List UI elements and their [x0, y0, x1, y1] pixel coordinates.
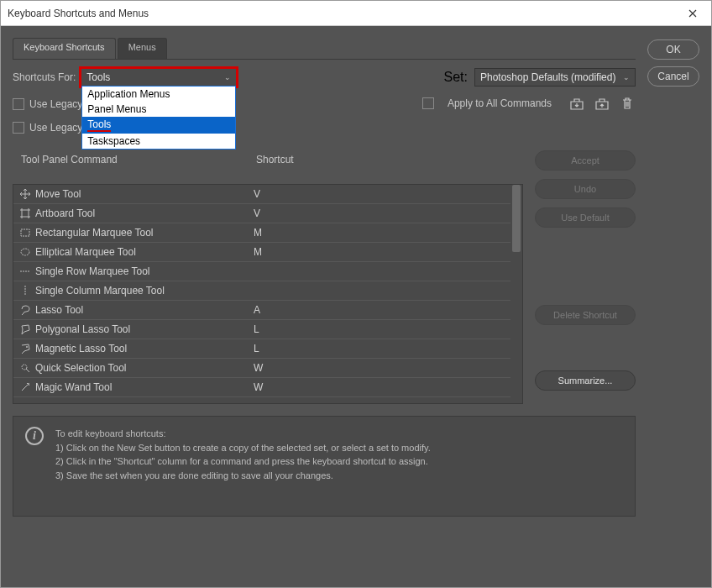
row-shortcut: A [250, 304, 510, 316]
dropdown-option-panel-menus[interactable]: Panel Menus [82, 102, 235, 117]
lasso-icon [13, 304, 32, 316]
table-row[interactable]: Polygonal Lasso Tool L [13, 320, 510, 339]
row-name: Quick Selection Tool [32, 362, 250, 374]
dropdown-option-taskspaces[interactable]: Taskspaces [82, 134, 235, 149]
table-row[interactable]: Move Tool V [13, 185, 510, 204]
chevron-down-icon: ⌄ [623, 73, 630, 81]
chevron-down-icon: ⌄ [224, 73, 231, 81]
table-row[interactable]: Single Column Marquee Tool [13, 281, 510, 301]
set-value: Photoshop Defaults (modified) [480, 71, 615, 83]
svg-rect-1 [21, 229, 29, 236]
scrollbar-thumb[interactable] [512, 185, 521, 252]
tab-bar: Keyboard Shortcuts Menus [13, 38, 636, 60]
row-name: Artboard Tool [32, 207, 250, 219]
row-name: Rectangular Marquee Tool [32, 227, 250, 239]
ellipse-marquee-icon [13, 246, 32, 258]
dropdown-option-tools[interactable]: Tools [82, 117, 235, 134]
info-line: 1) Click on the New Set button to create… [55, 441, 431, 455]
info-line: To edit keyboard shortcuts: [55, 427, 431, 441]
row-shortcut: W [250, 381, 510, 393]
tab-content: Shortcuts For: Tools ⌄ Application Menus… [13, 60, 636, 517]
magnetic-lasso-icon [13, 343, 32, 354]
legacy-undo-checkbox[interactable] [13, 98, 24, 110]
shortcuts-for-dropdown-list: Application Menus Panel Menus Tools Task… [81, 86, 236, 150]
row-name: Single Column Marquee Tool [32, 285, 250, 297]
info-icon: i [25, 427, 44, 445]
row-shortcut: V [250, 188, 510, 200]
info-text: To edit keyboard shortcuts: 1) Click on … [55, 427, 431, 506]
rect-marquee-icon [13, 227, 32, 239]
col-marquee-icon [13, 285, 32, 297]
info-line: 2) Click in the "Shortcut" column for a … [55, 454, 431, 469]
delete-set-button[interactable] [619, 95, 636, 112]
set-dropdown[interactable]: Photoshop Defaults (modified) ⌄ [474, 68, 636, 87]
row-shortcut: L [250, 343, 510, 354]
grid-area: Tool Panel Command Shortcut Move Tool V [13, 150, 636, 404]
info-box: i To edit keyboard shortcuts: 1) Click o… [13, 416, 636, 517]
top-row: Shortcuts For: Tools ⌄ Application Menus… [13, 68, 636, 140]
column-header-command: Tool Panel Command [19, 154, 256, 165]
svg-rect-0 [22, 210, 29, 217]
row-name: Lasso Tool [32, 304, 250, 316]
svg-point-5 [28, 383, 29, 385]
table-row[interactable]: Artboard Tool V [13, 204, 510, 223]
row-name: Magnetic Lasso Tool [32, 343, 250, 354]
set-row: Set: Photoshop Defaults (modified) ⌄ [444, 68, 636, 87]
table-row[interactable]: Magnetic Lasso Tool L [13, 339, 510, 359]
close-button[interactable] [673, 1, 711, 26]
legacy-channel-checkbox[interactable] [13, 122, 24, 134]
grid-left: Tool Panel Command Shortcut Move Tool V [13, 150, 523, 404]
row-name: Move Tool [32, 188, 250, 200]
table-row[interactable]: Elliptical Marquee Tool M [13, 243, 510, 262]
table-row[interactable]: Magic Wand Tool W [13, 378, 510, 397]
spacer [535, 333, 636, 362]
save-up-icon [594, 97, 610, 110]
new-set-button[interactable] [568, 95, 585, 112]
row-shortcut: M [250, 227, 510, 239]
use-default-button[interactable]: Use Default [535, 207, 636, 228]
tab-keyboard-shortcuts[interactable]: Keyboard Shortcuts [13, 38, 116, 59]
shortcuts-for-row: Shortcuts For: Tools ⌄ Application Menus… [13, 68, 237, 87]
artboard-icon [13, 207, 32, 219]
table-row[interactable]: Single Row Marquee Tool [13, 262, 510, 281]
trash-icon [621, 97, 633, 110]
list-scrollbar[interactable] [510, 185, 522, 403]
move-icon [13, 188, 32, 200]
top-right: Set: Photoshop Defaults (modified) ⌄ App… [422, 68, 636, 112]
row-name: Magic Wand Tool [32, 381, 250, 393]
table-row[interactable]: Lasso Tool A [13, 301, 510, 320]
table-row[interactable]: Rectangular Marquee Tool M [13, 223, 510, 243]
shortcuts-for-label: Shortcuts For: [13, 71, 76, 83]
apply-all-checkbox[interactable] [422, 97, 434, 109]
svg-point-3 [26, 346, 28, 348]
table-row[interactable]: Quick Selection Tool W [13, 359, 510, 378]
ok-button[interactable]: OK [647, 39, 699, 60]
cancel-button[interactable]: Cancel [647, 66, 699, 87]
spacer [535, 236, 636, 297]
accept-button[interactable]: Accept [535, 150, 636, 171]
quick-select-icon [13, 362, 32, 374]
action-buttons: Accept Undo Use Default Delete Shortcut … [535, 150, 636, 404]
row-shortcut: M [250, 246, 510, 258]
svg-point-2 [21, 249, 29, 255]
shortcuts-for-dropdown[interactable]: Tools ⌄ Application Menus Panel Menus To… [81, 68, 237, 87]
row-name: Elliptical Marquee Tool [32, 246, 250, 258]
undo-button[interactable]: Undo [535, 179, 636, 199]
row-name: Polygonal Lasso Tool [32, 323, 250, 335]
save-down-icon [569, 97, 584, 110]
summarize-button[interactable]: Summarize... [535, 370, 636, 391]
row-shortcut: V [250, 207, 510, 219]
main-panel: Keyboard Shortcuts Menus Shortcuts For: … [13, 38, 636, 575]
top-left: Shortcuts For: Tools ⌄ Application Menus… [13, 68, 237, 140]
shortcuts-for-value: Tools [86, 71, 110, 83]
side-buttons: OK Cancel [647, 38, 699, 575]
dropdown-option-application-menus[interactable]: Application Menus [82, 87, 235, 102]
save-set-button[interactable] [594, 95, 610, 112]
row-shortcut: L [250, 323, 510, 335]
row-name: Single Row Marquee Tool [32, 265, 250, 277]
shortcut-list[interactable]: Move Tool V Artboard Tool V [13, 184, 523, 404]
tab-menus[interactable]: Menus [118, 38, 167, 59]
row-shortcut: W [250, 362, 510, 374]
delete-shortcut-button[interactable]: Delete Shortcut [535, 305, 636, 325]
titlebar: Keyboard Shortcuts and Menus [1, 1, 711, 26]
